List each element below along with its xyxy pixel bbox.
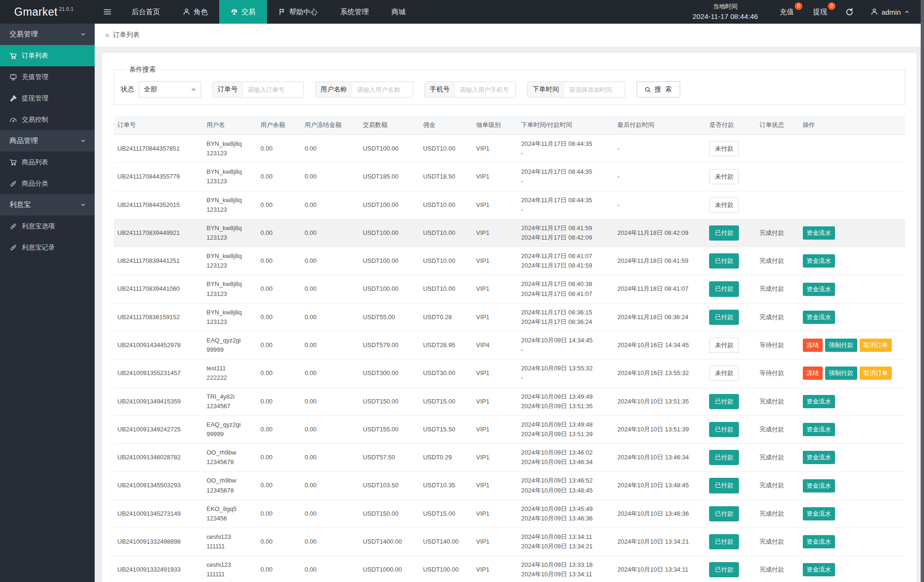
sidebar: 交易管理订单列表充值管理提现管理交易控制商品管理商品列表商品分类利息宝利息宝选项… xyxy=(0,24,95,582)
sidebar-item-label: 商品列表 xyxy=(22,158,48,167)
recharge-nav-button[interactable]: 充值 0 xyxy=(770,0,803,24)
sidebar-item-label: 交易控制 xyxy=(22,116,48,124)
amount-cell: USDT100.00 xyxy=(359,275,419,303)
sidebar-item-goods-list[interactable]: 商品列表 xyxy=(0,152,95,173)
force-pay-button[interactable]: 强制付款 xyxy=(825,339,857,352)
frozen-cell: 0.00 xyxy=(301,191,359,219)
nav-item-help[interactable]: 帮助中心 xyxy=(267,0,329,24)
fund-flow-button[interactable]: 资金流水 xyxy=(803,395,835,408)
fund-flow-button[interactable]: 资金流水 xyxy=(803,451,835,464)
frozen-cell: 0.00 xyxy=(301,275,359,303)
force-pay-button[interactable]: 强制付款 xyxy=(825,367,857,380)
freeze-button[interactable]: 冻结 xyxy=(803,339,823,352)
pay-status-cell: 已付款 xyxy=(705,303,755,331)
local-time-label: 当地时间 xyxy=(713,2,737,11)
withdraw-nav-button[interactable]: 提现 0 xyxy=(803,0,836,24)
cancel-order-button[interactable]: 取消订单 xyxy=(860,339,892,352)
amount-cell: USDT300.00 xyxy=(359,359,419,387)
refresh-icon[interactable] xyxy=(836,0,862,24)
order-time-cell: 2024年11月17日 08:41:072024年11月17日 08:41:59 xyxy=(517,247,613,275)
phone-filter: 手机号 xyxy=(425,81,516,98)
breadcrumb: » 订单列表 xyxy=(95,24,924,46)
cancel-order-button[interactable]: 取消订单 xyxy=(860,367,892,380)
fund-flow-button[interactable]: 资金流水 xyxy=(803,254,835,268)
fund-flow-button[interactable]: 资金流水 xyxy=(803,311,835,324)
sidebar-item-label: 利息宝选项 xyxy=(22,222,55,231)
freeze-button[interactable]: 冻结 xyxy=(803,367,823,380)
search-button[interactable]: 搜 索 xyxy=(637,81,680,98)
admin-menu[interactable]: admin xyxy=(862,0,924,24)
balance-cell: 0.00 xyxy=(257,387,301,415)
sidebar-item-order-list[interactable]: 订单列表 xyxy=(0,45,95,66)
phone-input[interactable] xyxy=(455,82,515,97)
pay-status-cell: 未付款 xyxy=(705,163,755,191)
fund-flow-button[interactable]: 资金流水 xyxy=(803,535,835,548)
actions-cell: 资金流水 xyxy=(799,247,905,275)
fund-flow-button[interactable]: 资金流水 xyxy=(803,563,835,576)
sidebar-group-lixibao[interactable]: 利息宝 xyxy=(0,194,95,215)
balance-cell: 0.00 xyxy=(257,275,301,303)
username-input[interactable] xyxy=(352,82,413,97)
order-time-cell: 2024年11月17日 08:44:35- xyxy=(517,191,613,219)
pay-status-badge: 未付款 xyxy=(709,141,739,156)
nav-item-roles[interactable]: 角色 xyxy=(171,0,219,24)
status-select[interactable]: 全部 xyxy=(139,81,201,98)
fund-flow-button[interactable]: 资金流水 xyxy=(803,507,835,520)
actions-cell: 资金流水 xyxy=(799,528,905,555)
commission-cell: USDT10.00 xyxy=(419,191,472,219)
last-pay-time-cell: 2024年10月10日 13:51:39 xyxy=(613,415,705,443)
order-status-cell xyxy=(756,135,799,163)
level-cell: VIP1 xyxy=(472,444,517,472)
last-pay-time-cell: 2024年11月18日 08:41:59 xyxy=(613,247,705,275)
actions-cell: 资金流水 xyxy=(799,387,905,415)
nav-item-system[interactable]: 系统管理 xyxy=(329,0,380,24)
frozen-cell: 0.00 xyxy=(301,163,359,191)
amount-cell: USDT579.00 xyxy=(359,331,419,359)
table-row: UB2411170839449921BYN_kw8j8q1231230.000.… xyxy=(114,219,905,247)
scrollbar-thumb[interactable] xyxy=(921,0,924,582)
nav-item-mall[interactable]: 商城 xyxy=(380,0,417,24)
frozen-cell: 0.00 xyxy=(301,415,359,443)
table-row: UB2411170839441060BYN_kw8j8q1231230.000.… xyxy=(114,275,905,303)
commission-cell: USDT15.00 xyxy=(419,500,472,528)
table-row: UB2411170844357851BYN_kw8j8q1231230.000.… xyxy=(114,135,905,163)
frozen-cell: 0.00 xyxy=(301,359,359,387)
nav-item-trade[interactable]: 交易 xyxy=(219,0,267,24)
commission-cell: USDT18.50 xyxy=(419,163,472,191)
pay-status-cell: 已付款 xyxy=(705,444,755,472)
fund-flow-button[interactable]: 资金流水 xyxy=(803,479,835,492)
level-cell: VIP1 xyxy=(472,500,517,528)
balance-cell: 0.00 xyxy=(257,191,301,219)
fund-flow-button[interactable]: 资金流水 xyxy=(803,283,835,296)
sidebar-group-goods-mgmt[interactable]: 商品管理 xyxy=(0,130,95,152)
amount-cell: USDT150.00 xyxy=(359,387,419,415)
last-pay-time-cell: 2024年10月10日 13:46:34 xyxy=(613,444,705,472)
order-time-cell: 2024年10月09日 13:34:112024年10月09日 13:34:21 xyxy=(517,528,613,555)
menu-toggle-icon[interactable] xyxy=(95,0,120,24)
sidebar-item-lixibao-options[interactable]: 利息宝选项 xyxy=(0,215,95,237)
order-status-cell: 完成付款 xyxy=(756,556,799,582)
pay-status-badge: 未付款 xyxy=(709,169,739,184)
pay-status-badge: 未付款 xyxy=(709,338,739,353)
order-time-cell: 2024年10月09日 13:45:492024年10月09日 13:46:36 xyxy=(517,500,613,528)
commission-cell: USDT30.00 xyxy=(419,359,472,387)
order-time-input[interactable] xyxy=(564,82,625,97)
sidebar-item-withdraw-mgmt[interactable]: 提现管理 xyxy=(0,88,95,109)
nav-item-home[interactable]: 后台首页 xyxy=(120,0,171,24)
order-no-filter: 订单号 xyxy=(213,81,304,98)
sidebar-item-lixibao-records[interactable]: 利息宝记录 xyxy=(0,237,95,258)
order-no-input[interactable] xyxy=(243,82,303,97)
frozen-cell: 0.00 xyxy=(301,528,359,555)
fund-flow-button[interactable]: 资金流水 xyxy=(803,423,835,436)
last-pay-time-cell: 2024年11月18日 08:41:07 xyxy=(613,275,705,303)
pay-status-badge: 已付款 xyxy=(709,562,739,577)
sidebar-item-recharge-mgmt[interactable]: 充值管理 xyxy=(0,66,95,88)
actions-cell: 冻结强制付款取消订单 xyxy=(799,359,905,387)
pay-status-badge: 已付款 xyxy=(709,506,739,521)
sidebar-group-trade-mgmt[interactable]: 交易管理 xyxy=(0,24,95,45)
sidebar-item-goods-category[interactable]: 商品分类 xyxy=(0,173,95,194)
link-icon xyxy=(9,244,17,251)
chevron-down-icon xyxy=(80,202,86,208)
sidebar-item-trade-control[interactable]: 交易控制 xyxy=(0,109,95,130)
fund-flow-button[interactable]: 资金流水 xyxy=(803,226,835,240)
